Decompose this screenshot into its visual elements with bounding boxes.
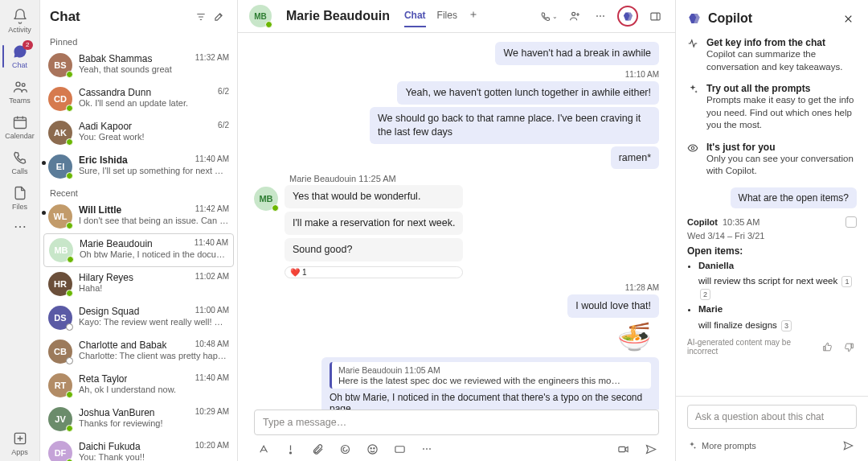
svg-rect-2 (14, 117, 26, 128)
copilot-toggle-button[interactable] (617, 6, 638, 27)
citation[interactable]: 2 (700, 289, 710, 300)
rail-label: Files (12, 203, 27, 211)
citation[interactable]: 1 (841, 276, 852, 287)
message-out[interactable]: ramen* (611, 146, 659, 170)
rail-calendar[interactable]: Calendar (2, 109, 38, 145)
copilot-close-button[interactable] (839, 10, 857, 27)
reaction-heart[interactable]: ❤️1 (285, 266, 463, 278)
chat-row[interactable]: AKAadi Kapoor6/2You: Great work! (40, 116, 237, 150)
citation[interactable]: 3 (781, 320, 792, 331)
compose-input[interactable]: Type a message… (254, 410, 659, 435)
message-out[interactable]: We haven't had a break in awhile (495, 42, 659, 65)
svg-rect-11 (395, 446, 403, 452)
rail-calls[interactable]: Calls (2, 145, 38, 180)
priority-icon (285, 443, 297, 455)
more-compose-button[interactable]: ⋯ (418, 440, 436, 458)
conversation-avatar[interactable]: MB (249, 5, 272, 27)
chat-row[interactable]: BSBabak Shammas11:32 AMYeah, that sounds… (40, 48, 237, 82)
panel-icon (649, 10, 661, 23)
chat-name: Marie Beaudouin (80, 238, 153, 249)
rail-more[interactable]: ⋯ (2, 216, 38, 238)
chat-name: Reta Taylor (79, 373, 127, 385)
chat-time: 10:29 AM (195, 407, 229, 418)
avatar: WL (48, 204, 72, 228)
rail-teams[interactable]: Teams (2, 74, 38, 109)
video-clip-button[interactable] (614, 440, 632, 458)
copilot-input[interactable]: Ask a question about this chat (687, 405, 857, 429)
chat-row[interactable]: DFDaichi Fukuda10:20 AMYou: Thank you!! (40, 436, 237, 461)
chat-row[interactable]: DSDesign Squad11:00 AMKayo: The review w… (40, 301, 237, 335)
chat-row[interactable]: CBCharlotte and Babak10:48 AMCharlotte: … (40, 335, 237, 368)
message-in[interactable]: I'll make a reservation for next week. (285, 212, 463, 235)
chat-time: 10:48 AM (195, 340, 229, 351)
rail-files[interactable]: Files (2, 180, 38, 216)
highlight-icon (687, 142, 700, 178)
apps-icon (12, 430, 28, 447)
message-in[interactable]: Yes that would be wonderful. (285, 185, 463, 208)
chat-row[interactable]: WLWill Little11:42 AMI don't see that be… (40, 200, 237, 233)
thumbs-down-button[interactable] (841, 338, 857, 356)
copilot-user-question[interactable]: What are the open items? (731, 187, 857, 208)
message-out[interactable]: I would love that! (567, 294, 659, 318)
emoji-button[interactable] (363, 440, 381, 458)
reply-message[interactable]: Marie Beaudouin 11:05 AM Here is the lat… (321, 357, 659, 410)
rail-activity[interactable]: Activity (2, 3, 38, 39)
priority-button[interactable] (281, 440, 299, 458)
more-prompts-link[interactable]: More prompts (702, 441, 756, 451)
copilot-send-button[interactable] (839, 437, 857, 455)
thumbs-down-icon (844, 342, 854, 352)
heart-icon: ❤️ (290, 268, 300, 277)
phone-icon (540, 10, 551, 23)
copilot-highlight: It's just for youOnly you can see your c… (687, 142, 857, 178)
message-out[interactable]: Yeah, we haven't gotten lunch together i… (397, 81, 659, 105)
chat-name: Aadi Kapoor (79, 121, 132, 132)
copilot-highlight: Get key info from the chatCopilot can su… (687, 37, 857, 73)
chat-row[interactable]: CDCassandra Dunn6/2Ok. I'll send an upda… (40, 82, 237, 116)
send-icon (645, 443, 657, 455)
tab-chat[interactable]: Chat (404, 5, 426, 27)
filter-icon (195, 11, 207, 23)
new-chat-button[interactable] (210, 8, 227, 26)
avatar: MB (49, 238, 73, 262)
gif-button[interactable] (391, 440, 408, 458)
more-button[interactable]: ⋯ (592, 7, 609, 25)
quoted-message[interactable]: Marie Beaudouin 11:05 AM Here is the lat… (330, 362, 651, 389)
chat-name: Will Little (79, 204, 121, 216)
tab-add[interactable] (469, 5, 478, 27)
attach-button[interactable] (309, 440, 326, 458)
filter-button[interactable] (192, 8, 210, 26)
copy-response-button[interactable] (845, 216, 857, 228)
recent-section: Recent (40, 183, 237, 200)
timestamp: 11:28 AM (254, 283, 659, 292)
chat-row[interactable]: MBMarie Beaudouin11:40 AMOh btw Marie, I… (43, 233, 234, 267)
call-button[interactable]: ⌄ (540, 7, 558, 25)
avatar: CB (48, 340, 72, 364)
teams-icon (12, 79, 28, 95)
people-add-button[interactable] (566, 7, 583, 25)
send-button[interactable] (641, 440, 659, 458)
rail-label: Activity (8, 26, 31, 34)
svg-rect-12 (618, 447, 624, 451)
loop-button[interactable] (336, 440, 354, 458)
phone-icon (12, 150, 28, 166)
calendar-icon (12, 114, 28, 130)
chat-row[interactable]: JVJoshua VanBuren10:29 AMThanks for revi… (40, 402, 237, 436)
copilot-pane: Copilot Get key info from the chatCopilo… (675, 0, 868, 461)
sender-avatar[interactable]: MB (254, 187, 278, 211)
open-pane-button[interactable] (646, 7, 664, 25)
rail-chat[interactable]: 2 Chat (2, 39, 38, 74)
sparkle-icon (687, 441, 697, 451)
message-out[interactable]: We should go back to that ramne place. I… (370, 107, 659, 144)
tab-files[interactable]: Files (437, 5, 457, 27)
thumbs-up-button[interactable] (820, 338, 835, 356)
rail-apps[interactable]: Apps (2, 426, 38, 461)
open-items-heading: Open items: (687, 245, 857, 257)
chat-name: Joshua VanBuren (79, 407, 155, 418)
format-button[interactable] (254, 440, 272, 458)
chat-row[interactable]: EIEric Ishida11:40 AMSure, I'll set up s… (40, 150, 237, 183)
avatar: HR (48, 272, 72, 296)
chat-row[interactable]: HRHilary Reyes11:02 AMHaha! (40, 267, 237, 301)
chat-row[interactable]: RTReta Taylor11:40 AMAh, ok I understand… (40, 368, 237, 402)
pinned-section: Pinned (40, 32, 237, 48)
message-in[interactable]: Sound good? (285, 238, 463, 261)
